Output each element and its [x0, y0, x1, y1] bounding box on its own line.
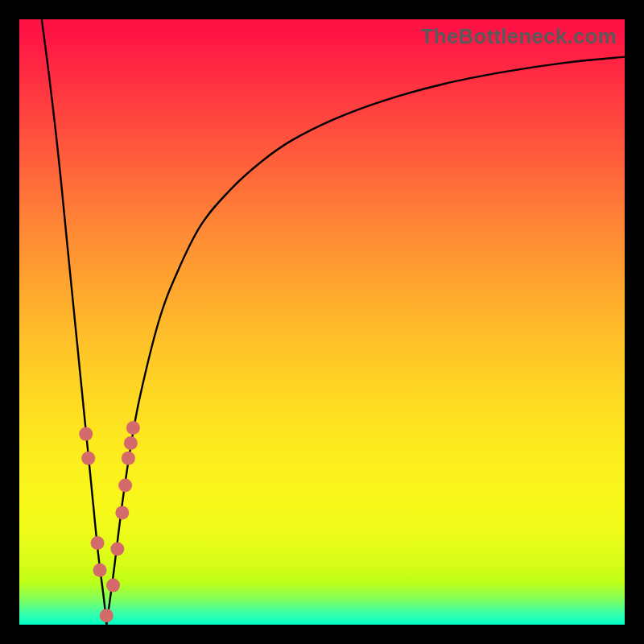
curve-right-branch — [106, 57, 625, 625]
data-marker — [126, 421, 140, 435]
plot-area: TheBottleneck.com — [19, 19, 625, 625]
data-marker — [122, 452, 135, 465]
data-marker — [93, 564, 107, 577]
data-marker — [91, 536, 105, 550]
data-marker — [106, 579, 120, 592]
data-marker — [115, 506, 129, 519]
data-marker — [100, 609, 114, 622]
data-marker — [118, 479, 132, 493]
data-marker — [110, 543, 124, 556]
data-marker — [79, 427, 93, 441]
data-marker — [81, 452, 95, 465]
chart-root: TheBottleneck.com — [0, 0, 644, 644]
data-marker — [124, 436, 138, 450]
curve-layer — [19, 19, 625, 625]
curve-left-branch — [42, 19, 106, 625]
